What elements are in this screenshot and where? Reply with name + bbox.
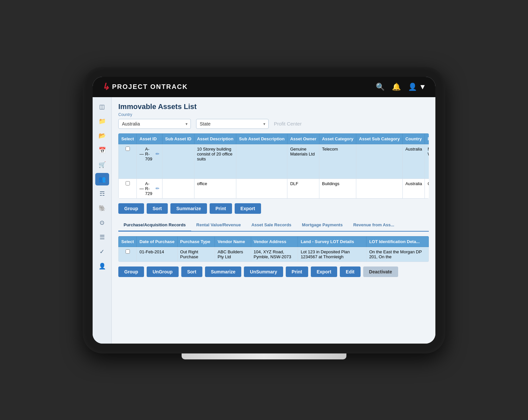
tab-mortgage-payments[interactable]: Mortgage Payments xyxy=(297,219,348,232)
sidebar-item-folder-open[interactable]: 📂 xyxy=(95,129,109,142)
sidebar-item-folder[interactable]: 📁 xyxy=(95,115,109,127)
sub-col-purchase-type: Purchase Type xyxy=(177,236,215,247)
row2-edit-icon[interactable]: ✏ xyxy=(156,186,160,191)
user-icon[interactable]: 👤 ▼ xyxy=(408,83,426,91)
row2-owner: DLF xyxy=(287,179,319,198)
col-country: Country xyxy=(402,133,425,144)
stylus xyxy=(182,353,346,359)
table-row: — A-R-729 ✏ office DLF Buildings xyxy=(119,179,429,198)
sidebar-item-list[interactable]: ☰ xyxy=(95,231,109,243)
row2-category: Buildings xyxy=(319,179,356,198)
group-button[interactable]: Group xyxy=(118,203,144,214)
tab-purchase-acquisition[interactable]: Purchase/Acquisition Records xyxy=(118,219,191,232)
row1-asset-id: — A-R-709 ✏ xyxy=(137,144,162,179)
header-icons: 🔍 🔔 👤 ▼ xyxy=(376,83,426,91)
bottom-edit-button[interactable]: Edit xyxy=(340,266,360,277)
sub-row1-vendor-address: 104, XYZ Road, Pymble, NSW-2073 xyxy=(251,247,298,262)
main-table-container: Select Asset ID Sub Asset ID Asset Descr… xyxy=(118,133,429,199)
col-asset-category: Asset Category xyxy=(319,133,356,144)
country-select-wrapper: Australia xyxy=(118,119,191,129)
row1-sub-description xyxy=(236,144,287,179)
sub-col-select: Select xyxy=(119,236,137,247)
bottom-deactivate-button[interactable]: Deactivate xyxy=(363,266,398,277)
tab-asset-sale[interactable]: Asset Sale Records xyxy=(246,219,297,232)
row2-sub-category xyxy=(356,179,403,198)
col-asset-id: Asset ID xyxy=(137,133,162,144)
row1-checkbox[interactable] xyxy=(126,147,130,151)
sidebar-item-calendar[interactable]: 📅 xyxy=(95,144,109,156)
bottom-ungroup-button[interactable]: UnGroup xyxy=(147,266,179,277)
row2-description: office xyxy=(194,179,236,198)
bottom-group-button[interactable]: Group xyxy=(118,266,144,277)
tab-rental-value[interactable]: Rental Value/Revenue xyxy=(191,219,246,232)
tablet-frame: ↳ Project OnTrack 🔍 🔔 👤 ▼ ◫ 📁 📂 📅 🛒 👥 ☶ … xyxy=(83,67,445,353)
table-row: — A-R-709 ✏ 10 Storey building consist o… xyxy=(119,144,429,179)
sub-row1-purchase-type: Out Right Purchase xyxy=(177,247,215,262)
sub-col-lot-identification: LOT Identification Deta... xyxy=(367,236,429,247)
col-sub-asset-description: Sub Asset Description xyxy=(236,133,287,144)
search-icon[interactable]: 🔍 xyxy=(376,83,385,91)
row1-edit-icon[interactable]: ✏ xyxy=(156,151,160,156)
row1-dash: — xyxy=(139,152,144,156)
row1-country: Australia xyxy=(402,144,425,179)
country-filter-group: Country Australia xyxy=(118,112,191,129)
main-table: Select Asset ID Sub Asset ID Asset Descr… xyxy=(118,133,429,199)
bell-icon[interactable]: 🔔 xyxy=(392,83,401,91)
sub-row1-checkbox[interactable] xyxy=(126,249,130,254)
bottom-export-button[interactable]: Export xyxy=(311,266,337,277)
row1-province: New South Wales xyxy=(425,144,429,179)
filters-row: Country Australia State xyxy=(118,112,429,129)
bottom-action-buttons: Group UnGroup Sort Summarize UnSummary P… xyxy=(118,266,429,277)
country-label: Country xyxy=(118,112,191,117)
bottom-sort-button[interactable]: Sort xyxy=(181,266,202,277)
sub-col-date: Date of Purchase xyxy=(137,236,177,247)
col-asset-sub-category: Asset Sub Category xyxy=(356,133,403,144)
bottom-print-button[interactable]: Print xyxy=(286,266,308,277)
sidebar-item-check[interactable]: ✓ xyxy=(95,245,109,258)
sidebar-item-user[interactable]: 👤 xyxy=(95,260,109,272)
sidebar-item-database[interactable]: ☶ xyxy=(95,187,109,200)
profit-center-spacer xyxy=(274,112,302,117)
row2-province: Queensland xyxy=(425,179,429,198)
main-table-body: — A-R-709 ✏ 10 Storey building consist o… xyxy=(119,144,429,198)
sub-row1-lot-identification: On the East the Morgan DP 201, On the xyxy=(367,247,429,262)
sub-table-header-row: Select Date of Purchase Purchase Type Ve… xyxy=(119,236,429,247)
row2-asset-id: — A-R-729 ✏ xyxy=(137,179,162,198)
page-title: Immovable Assets List xyxy=(118,102,429,111)
export-button[interactable]: Export xyxy=(235,203,261,214)
row1-category: Telecom xyxy=(319,144,356,179)
col-asset-owner: Asset Owner xyxy=(287,133,319,144)
sub-col-land-survey: Land - Survey LOT Details xyxy=(298,236,367,247)
profit-center-label: Profit Center xyxy=(274,119,302,128)
main-layout: ◫ 📁 📂 📅 🛒 👥 ☶ 🐘 ⊙ ☰ ✓ 👤 Immovable Assets… xyxy=(93,97,435,344)
row2-sub-description xyxy=(236,179,287,198)
sidebar-item-users[interactable]: 👥 xyxy=(95,173,109,185)
country-select[interactable]: Australia xyxy=(118,119,191,129)
row2-asset-id-value: A-R-729 xyxy=(145,181,152,196)
sidebar-item-dashboard[interactable]: ◫ xyxy=(95,100,109,113)
sub-col-vendor-name: Vendor Name xyxy=(215,236,251,247)
sort-button[interactable]: Sort xyxy=(147,203,168,214)
bottom-unsummary-button[interactable]: UnSummary xyxy=(244,266,283,277)
state-select[interactable]: State xyxy=(196,119,269,129)
print-button[interactable]: Print xyxy=(210,203,232,214)
sidebar-item-cart[interactable]: 🛒 xyxy=(95,158,109,171)
sidebar-item-savings[interactable]: 🐘 xyxy=(95,202,109,214)
bottom-summarize-button[interactable]: Summarize xyxy=(205,266,242,277)
tab-revenue[interactable]: Revenue from Ass... xyxy=(348,219,400,232)
row1-sub-asset-id xyxy=(162,144,194,179)
col-province: Province xyxy=(425,133,429,144)
row2-dash: — xyxy=(139,186,144,191)
sidebar-item-circle[interactable]: ⊙ xyxy=(95,216,109,229)
row2-select xyxy=(119,179,137,198)
row1-asset-id-value: A-R-709 xyxy=(145,147,152,161)
tabs-row: Purchase/Acquisition Records Rental Valu… xyxy=(118,219,429,232)
logo-area: ↳ Project OnTrack xyxy=(102,81,188,92)
row1-sub-category xyxy=(356,144,403,179)
row2-checkbox[interactable] xyxy=(126,181,130,185)
summarize-button[interactable]: Summarize xyxy=(170,203,207,214)
sub-table-body: 01-Feb-2014 Out Right Purchase ABC Build… xyxy=(119,247,429,262)
state-label-spacer xyxy=(196,112,269,117)
table-row: 01-Feb-2014 Out Right Purchase ABC Build… xyxy=(119,247,429,262)
col-sub-asset-id: Sub Asset ID xyxy=(162,133,194,144)
